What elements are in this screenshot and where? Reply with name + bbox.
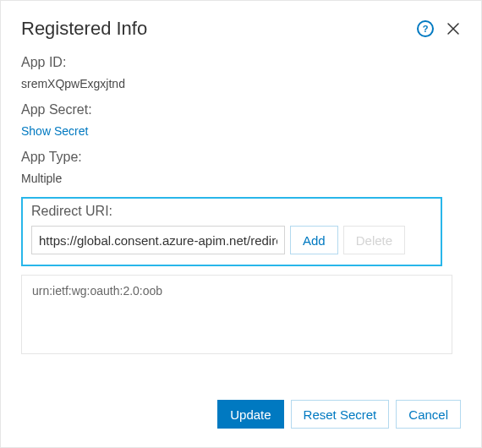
dialog-footer: Update Reset Secret Cancel [217,400,461,429]
redirect-uri-row: Add Delete [31,226,432,254]
redirect-uri-label: Redirect URI: [31,204,432,219]
app-type-value: Multiple [21,172,461,185]
reset-secret-button[interactable]: Reset Secret [291,400,390,429]
update-button[interactable]: Update [217,400,283,429]
redirect-uri-section: Redirect URI: Add Delete [21,197,442,266]
app-type-label: App Type: [21,150,461,165]
add-button[interactable]: Add [290,226,338,254]
app-id-label: App ID: [21,55,461,70]
app-secret-label: App Secret: [21,102,461,117]
help-icon[interactable]: ? [417,20,434,37]
redirect-uri-list[interactable]: urn:ietf:wg:oauth:2.0:oob [21,275,452,354]
delete-button: Delete [343,226,405,254]
cancel-button[interactable]: Cancel [396,400,461,429]
list-item[interactable]: urn:ietf:wg:oauth:2.0:oob [32,284,441,298]
close-icon[interactable] [446,21,461,36]
app-id-value: sremXQpwExgxjtnd [21,77,461,90]
dialog-header: Registered Info ? [21,18,461,40]
redirect-uri-input[interactable] [31,226,285,254]
dialog-title: Registered Info [21,18,147,40]
header-icons: ? [417,20,461,37]
show-secret-link[interactable]: Show Secret [21,124,461,138]
registered-info-dialog: Registered Info ? App ID: sremXQpwExgxjt… [0,0,482,448]
